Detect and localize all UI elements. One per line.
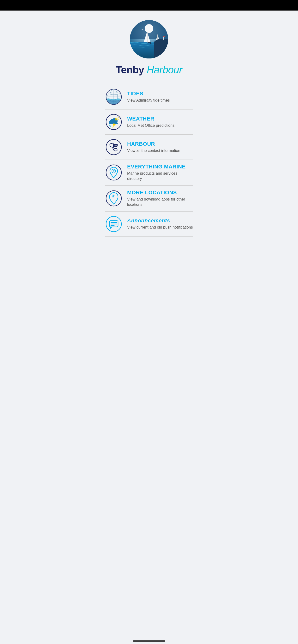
tides-subtitle: View Admiralty tide times: [127, 98, 193, 103]
app-logo: [130, 20, 168, 58]
marine-title: EVERYTHING MARINE: [127, 164, 193, 170]
svg-line-27: [110, 125, 111, 127]
tides-text: TIDES View Admiralty tide times: [127, 90, 193, 103]
svg-text:?: ?: [113, 170, 114, 173]
menu-item-announcements[interactable]: Announcements View current and old push …: [105, 212, 193, 237]
weather-text: WEATHER Local Met Office predictions: [127, 116, 193, 128]
svg-line-32: [118, 119, 119, 120]
announcements-icon-wrap: [105, 216, 122, 233]
svg-point-29: [115, 118, 117, 120]
locations-title: MORE LOCATIONS: [127, 190, 193, 196]
tides-icon-wrap: [105, 88, 122, 106]
weather-subtitle: Local Met Office predictions: [127, 123, 193, 128]
svg-rect-10: [163, 37, 164, 40]
svg-rect-8: [147, 32, 147, 43]
locations-icon-wrap: [105, 190, 122, 207]
svg-marker-45: [110, 227, 112, 229]
menu-item-locations[interactable]: MORE LOCATIONS View and download apps fo…: [105, 186, 193, 212]
announcements-title: Announcements: [127, 218, 193, 224]
marine-subtitle: Marine products and services directory: [127, 171, 193, 182]
svg-point-37: [115, 145, 116, 146]
harbour-title: HARBOUR: [127, 141, 193, 147]
menu-item-tides[interactable]: TIDES View Admiralty tide times: [105, 84, 193, 110]
svg-line-31: [118, 117, 118, 118]
status-bar: [0, 0, 298, 10]
locations-subtitle: View and download apps for other locatio…: [127, 197, 193, 208]
menu-list: TIDES View Admiralty tide times: [105, 84, 193, 237]
menu-item-harbour[interactable]: HARBOUR View all the contact information: [105, 135, 193, 160]
svg-point-38: [116, 145, 117, 146]
weather-icon-wrap: [105, 113, 122, 130]
svg-line-28: [109, 125, 110, 126]
weather-title: WEATHER: [127, 116, 193, 122]
marine-icon-wrap: ?: [105, 164, 122, 181]
svg-point-2: [145, 24, 153, 33]
tides-title: TIDES: [127, 90, 193, 97]
announcements-text: Announcements View current and old push …: [127, 218, 193, 230]
app-container: Tenby Harbour: [99, 10, 199, 636]
svg-marker-35: [114, 146, 115, 148]
harbour-subtitle: View all the contact information: [127, 148, 193, 153]
locations-text: MORE LOCATIONS View and download apps fo…: [127, 190, 193, 208]
app-title: Tenby Harbour: [116, 64, 182, 76]
home-indicator: [133, 640, 165, 642]
menu-item-marine[interactable]: ? EVERYTHING MARINE Marine products and …: [105, 160, 193, 186]
marine-text: EVERYTHING MARINE Marine products and se…: [127, 164, 193, 182]
menu-item-weather[interactable]: WEATHER Local Met Office predictions: [105, 110, 193, 135]
harbour-icon-wrap: [105, 138, 122, 156]
harbour-text: HARBOUR View all the contact information: [127, 141, 193, 153]
svg-point-36: [114, 145, 115, 146]
announcements-subtitle: View current and old push notifications: [127, 225, 193, 230]
